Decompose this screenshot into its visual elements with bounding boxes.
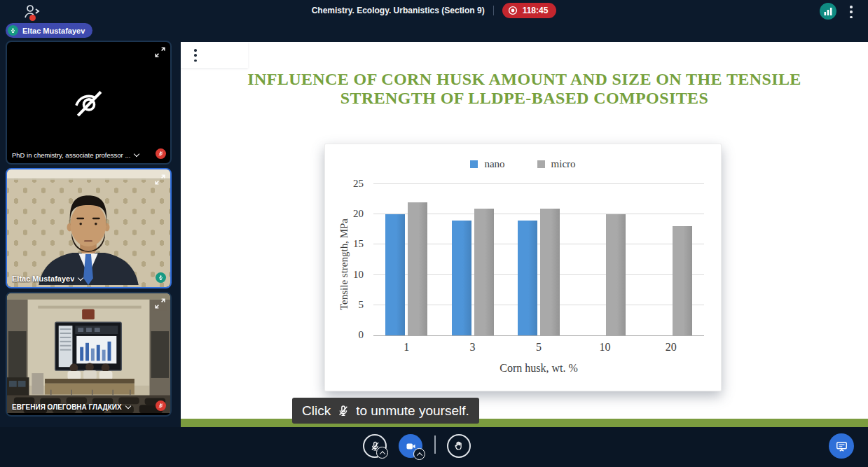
legend-swatch <box>537 160 545 168</box>
meeting-title: Chemistry. Ecology. Urbanistics (Section… <box>312 6 485 15</box>
presentation-area: INFLUENCE OF CORN HUSK AMOUNT AND SIZE O… <box>181 42 868 427</box>
fullscreen-icon[interactable] <box>154 174 166 186</box>
muted-mic-icon <box>156 148 166 159</box>
bar-nano-3 <box>452 221 471 335</box>
recording-indicator[interactable]: 118:45 <box>502 3 557 18</box>
control-bar <box>0 427 868 467</box>
chart-plot <box>373 184 704 336</box>
bar-group <box>439 184 505 335</box>
video-tile-phd-professor[interactable]: PhD in chemistry, associate professor ..… <box>6 41 172 165</box>
raise-hand-button[interactable] <box>447 434 471 458</box>
x-tick-label: 1 <box>373 341 439 354</box>
chart-bar-groups <box>373 184 704 335</box>
camera-button[interactable] <box>399 434 422 458</box>
bar-group <box>506 184 572 335</box>
chevron-up-icon <box>379 451 385 456</box>
unmute-button[interactable] <box>363 434 387 458</box>
bar-micro-10 <box>606 214 626 335</box>
x-tick-label: 10 <box>572 341 638 354</box>
participant-name[interactable]: PhD in chemistry, associate professor ..… <box>12 151 139 159</box>
legend-item: nano <box>470 158 504 170</box>
talking-indicator-pill[interactable]: Eltac Mustafayev <box>6 23 92 38</box>
presentation-screen-icon <box>835 440 848 453</box>
video-tile-classroom[interactable]: ЕВГЕНИЯ ОЛЕГОВНА ГЛАДКИХ <box>6 292 172 417</box>
y-tick-label: 5 <box>343 299 364 311</box>
tooltip-text-suffix: to unmute yourself. <box>356 403 469 419</box>
bar-nano-5 <box>518 221 537 335</box>
bar-chart: nanomicro Tensile strength, MPa 05101520… <box>324 144 722 391</box>
fullscreen-icon[interactable] <box>154 46 166 58</box>
raised-hand-icon <box>453 440 464 452</box>
chart-legend: nanomicro <box>325 158 721 170</box>
x-tick-label: 3 <box>439 341 505 354</box>
bar-nano-1 <box>385 214 405 335</box>
unmute-tooltip: Click to unmute yourself. <box>292 398 479 424</box>
chevron-up-icon <box>416 452 422 458</box>
options-menu-button[interactable] <box>847 5 855 19</box>
y-tick-label: 10 <box>343 269 364 281</box>
bar-group <box>373 184 439 335</box>
fullscreen-icon[interactable] <box>154 298 166 309</box>
slide-title-line1: INFLUENCE OF CORN HUSK AMOUNT AND SIZE O… <box>181 70 868 89</box>
chart-y-ticks: 0510152025 <box>343 184 368 335</box>
bar-micro-20 <box>673 226 692 335</box>
record-icon <box>508 6 518 15</box>
topbar-divider <box>493 6 494 15</box>
slide-title-line2: STRENGTH OF LLDPE-BASED COMPOSITES <box>181 89 868 108</box>
y-tick-label: 25 <box>343 178 364 190</box>
y-tick-label: 20 <box>343 208 364 220</box>
recording-timer: 118:45 <box>523 6 549 15</box>
muted-mic-icon <box>156 400 166 411</box>
audio-options-button[interactable] <box>376 447 388 459</box>
y-tick-label: 15 <box>343 238 364 250</box>
unmuted-mic-icon <box>156 272 166 283</box>
tooltip-text-prefix: Click <box>302 403 331 419</box>
chevron-down-icon <box>134 151 139 157</box>
chart-x-ticks: 1351020 <box>373 341 704 354</box>
legend-swatch <box>470 160 478 168</box>
slide-title: INFLUENCE OF CORN HUSK AMOUNT AND SIZE O… <box>181 70 868 108</box>
presentation-options-button[interactable] <box>191 48 200 62</box>
video-tile-eltac[interactable]: Eltac Mustafayev <box>6 168 172 288</box>
camera-options-button[interactable] <box>413 448 425 460</box>
bar-micro-5 <box>540 209 560 335</box>
chart-x-axis-label: Corn husk, wt. % <box>373 362 704 375</box>
screen-share-button[interactable] <box>829 433 854 459</box>
chevron-down-icon <box>125 403 130 409</box>
x-tick-label: 20 <box>638 341 704 354</box>
slide-footer-band <box>181 419 868 427</box>
y-tick-label: 0 <box>343 329 364 341</box>
person-portrait <box>7 169 170 285</box>
chevron-down-icon <box>78 274 83 280</box>
video-feed-classroom <box>7 293 170 413</box>
bar-group <box>572 184 638 335</box>
control-bar-divider <box>434 435 436 454</box>
camera-off-icon <box>7 42 170 163</box>
x-tick-label: 5 <box>506 341 572 354</box>
connection-status-button[interactable] <box>820 3 836 20</box>
mic-on-icon <box>8 25 18 36</box>
participant-name[interactable]: Eltac Mustafayev <box>12 274 83 283</box>
bar-micro-3 <box>474 209 494 335</box>
topbar-center: Chemistry. Ecology. Urbanistics (Section… <box>0 0 868 21</box>
participant-name[interactable]: ЕВГЕНИЯ ОЛЕГОВНА ГЛАДКИХ <box>12 403 130 411</box>
talking-indicator-name: Eltac Mustafayev <box>22 27 85 35</box>
bar-group <box>638 184 704 335</box>
signal-bars-icon <box>824 7 833 15</box>
legend-item: micro <box>537 158 576 170</box>
bar-micro-1 <box>408 202 427 335</box>
muted-mic-icon <box>336 404 350 418</box>
